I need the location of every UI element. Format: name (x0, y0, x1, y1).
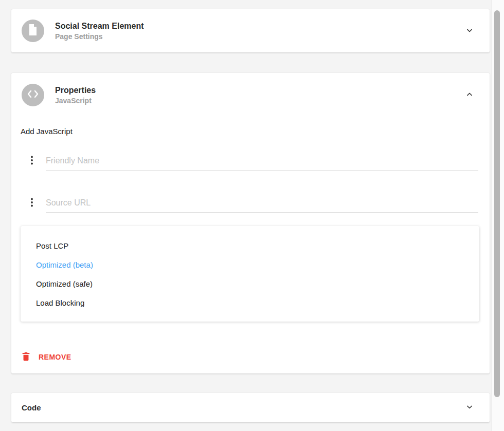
remove-button-label: REMOVE (39, 353, 71, 361)
source-url-input[interactable] (46, 196, 478, 213)
page-settings-avatar (22, 20, 44, 42)
code-expand-button[interactable] (463, 402, 476, 414)
page-settings-heading: Social Stream Element Page Settings (55, 21, 463, 41)
option-optimized-safe[interactable]: Optimized (safe) (21, 274, 479, 293)
load-options-dropdown: Post LCP Optimized (beta) Optimized (saf… (21, 226, 479, 322)
properties-avatar (22, 84, 44, 106)
page-settings-card-header: Social Stream Element Page Settings (11, 9, 490, 52)
chevron-up-icon (464, 89, 475, 101)
drag-handle-icon[interactable] (30, 197, 34, 208)
code-card: Code (11, 393, 490, 422)
trash-icon (22, 351, 30, 363)
option-optimized-beta[interactable]: Optimized (beta) (21, 255, 479, 274)
document-icon (27, 24, 39, 38)
chevron-down-icon (464, 402, 475, 414)
properties-collapse-button[interactable] (463, 89, 476, 101)
option-load-blocking[interactable]: Load Blocking (21, 293, 479, 312)
code-icon (26, 88, 40, 102)
scrollbar-thumb[interactable] (494, 10, 500, 397)
page-settings-expand-button[interactable] (463, 25, 476, 37)
properties-title: Properties (55, 85, 463, 96)
properties-card: Properties JavaScript Add JavaScript (11, 73, 490, 373)
option-post-lcp[interactable]: Post LCP (21, 236, 479, 255)
source-url-row (30, 196, 478, 213)
properties-heading: Properties JavaScript (55, 85, 463, 105)
friendly-name-input[interactable] (46, 154, 478, 171)
chevron-down-icon (464, 25, 475, 37)
page-settings-title: Social Stream Element (55, 21, 463, 31)
properties-card-header: Properties JavaScript (11, 73, 490, 117)
properties-subtitle: JavaScript (55, 96, 463, 105)
friendly-name-row (30, 154, 478, 171)
scrollbar-track[interactable] (491, 0, 504, 431)
drag-handle-icon[interactable] (30, 155, 34, 165)
add-javascript-label: Add JavaScript (21, 127, 490, 136)
remove-button[interactable]: REMOVE (22, 351, 71, 363)
page-settings-subtitle: Page Settings (55, 32, 463, 41)
page-settings-card: Social Stream Element Page Settings (11, 9, 490, 52)
code-card-title: Code (22, 403, 41, 412)
